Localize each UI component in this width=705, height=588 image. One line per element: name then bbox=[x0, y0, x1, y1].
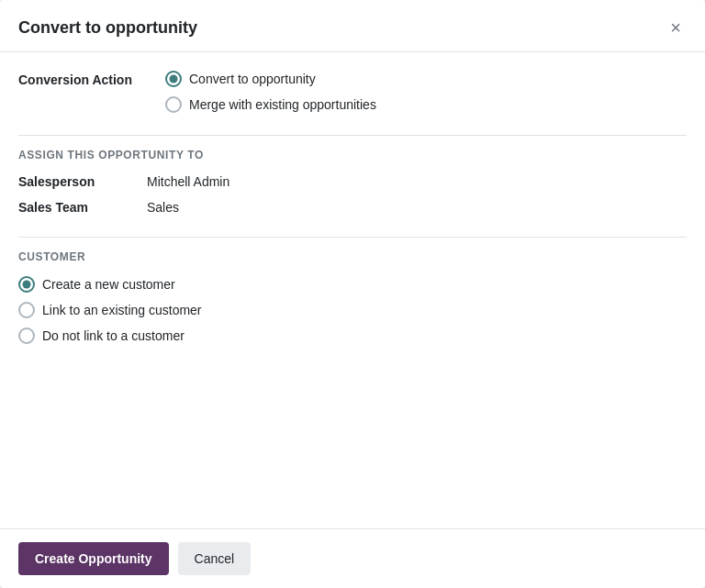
radio-new-customer-label: Create a new customer bbox=[42, 277, 175, 292]
assign-heading: ASSIGN THIS OPPORTUNITY TO bbox=[18, 149, 687, 161]
radio-convert[interactable] bbox=[165, 71, 182, 87]
dialog-body: Conversion Action Convert to opportunity… bbox=[0, 52, 705, 528]
radio-no-customer-label: Do not link to a customer bbox=[42, 328, 185, 343]
conversion-action-label: Conversion Action bbox=[18, 71, 165, 87]
radio-option-merge[interactable]: Merge with existing opportunities bbox=[165, 96, 376, 113]
radio-no-customer[interactable] bbox=[18, 327, 35, 344]
create-opportunity-button[interactable]: Create Opportunity bbox=[18, 542, 169, 575]
radio-existing-customer[interactable] bbox=[18, 302, 35, 318]
conversion-action-row: Conversion Action Convert to opportunity… bbox=[18, 71, 687, 113]
salesperson-label: Salesperson bbox=[18, 174, 147, 189]
salesperson-value: Mitchell Admin bbox=[147, 174, 229, 189]
sales-team-row: Sales Team Sales bbox=[18, 200, 687, 215]
close-button[interactable]: × bbox=[665, 17, 687, 39]
radio-merge[interactable] bbox=[165, 96, 182, 113]
customer-divider bbox=[18, 237, 687, 238]
radio-option-new-customer[interactable]: Create a new customer bbox=[18, 276, 687, 293]
radio-new-customer[interactable] bbox=[18, 276, 35, 293]
cancel-button[interactable]: Cancel bbox=[178, 542, 252, 575]
dialog-footer: Create Opportunity Cancel bbox=[0, 528, 705, 588]
radio-option-existing-customer[interactable]: Link to an existing customer bbox=[18, 302, 687, 318]
radio-existing-customer-label: Link to an existing customer bbox=[42, 303, 202, 317]
radio-convert-label: Convert to opportunity bbox=[189, 72, 316, 86]
radio-option-no-customer[interactable]: Do not link to a customer bbox=[18, 327, 687, 344]
assign-section: ASSIGN THIS OPPORTUNITY TO Salesperson M… bbox=[18, 135, 687, 215]
radio-option-convert[interactable]: Convert to opportunity bbox=[165, 71, 376, 87]
convert-dialog: Convert to opportunity × Conversion Acti… bbox=[0, 0, 705, 588]
customer-section: CUSTOMER Create a new customer Link to a… bbox=[18, 237, 687, 344]
conversion-action-radio-group: Convert to opportunity Merge with existi… bbox=[165, 71, 376, 113]
customer-radio-group: Create a new customer Link to an existin… bbox=[18, 276, 687, 344]
sales-team-label: Sales Team bbox=[18, 200, 147, 215]
radio-merge-label: Merge with existing opportunities bbox=[189, 97, 376, 112]
assign-divider bbox=[18, 135, 687, 136]
sales-team-value: Sales bbox=[147, 200, 179, 215]
dialog-title: Convert to opportunity bbox=[18, 18, 197, 38]
customer-heading: CUSTOMER bbox=[18, 250, 687, 263]
dialog-header: Convert to opportunity × bbox=[0, 0, 705, 52]
salesperson-row: Salesperson Mitchell Admin bbox=[18, 174, 687, 189]
